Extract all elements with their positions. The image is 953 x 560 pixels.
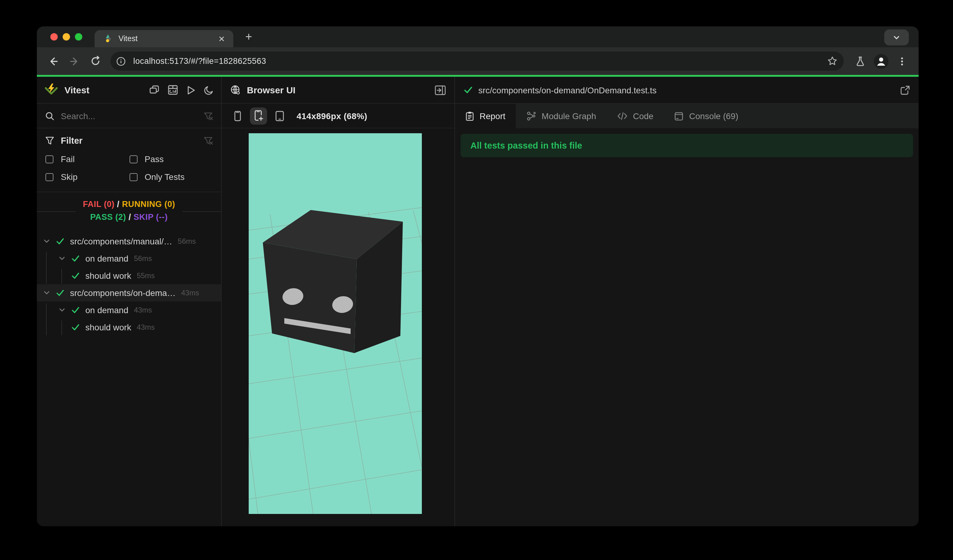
tab-module-graph[interactable]: Module Graph [516,104,606,128]
code-icon [617,112,627,120]
indent-guide [46,303,47,335]
report-content: All tests passed in this file [455,128,919,526]
device-phone-small-button[interactable] [229,107,246,124]
zoom-window-button[interactable] [75,33,82,40]
vitest-app: Vitest F [37,77,919,526]
profile-button[interactable] [872,52,890,70]
expand-panel-icon[interactable] [435,85,446,95]
flask-icon [855,56,866,67]
pass-check-icon [71,271,80,280]
new-tab-button[interactable]: + [241,29,257,45]
filter-funnel-icon [45,136,55,146]
run-all-icon[interactable] [186,85,196,95]
filter-section: Filter Fail Pass Skip Only Tests [37,128,221,192]
indent-guide [46,252,47,284]
bookmark-star-icon[interactable] [827,56,838,66]
report-panel: src/components/on-demand/OnDemand.test.t… [455,77,919,526]
chevron-down-icon[interactable] [58,255,66,262]
chevron-down-icon[interactable] [58,306,66,314]
dark-mode-moon-icon[interactable] [204,85,214,95]
running-count: RUNNING (0) [122,200,175,209]
preview-title: Browser UI [247,85,295,95]
minimize-window-button[interactable] [63,33,70,40]
forward-arrow-icon [69,56,80,67]
browser-toolbar: localhost:5173/#/?file=1828625563 [37,47,919,75]
pass-check-icon [71,254,80,263]
module-graph-icon [526,111,536,121]
open-external-icon[interactable] [900,85,910,95]
back-arrow-icon [48,56,59,67]
search-input[interactable] [61,111,197,121]
tree-suite-row[interactable]: on demand 56ms [37,250,221,267]
chevron-down-icon[interactable] [43,237,50,245]
tab-title: Vitest [118,34,211,43]
tree-file-row-selected[interactable]: src/components/on-dema… 43ms [37,284,221,301]
robot-head-cube [263,210,403,353]
three-dots-icon [897,56,907,66]
info-icon [116,56,126,66]
filter-title: Filter [61,136,82,146]
search-icon [45,111,55,121]
tab-search-chevron-button[interactable] [884,29,909,45]
browser-tab[interactable]: Vitest ✕ [95,30,233,47]
test-file-path: src/components/on-demand/OnDemand.test.t… [478,85,657,95]
device-tablet-button[interactable] [271,107,288,124]
tree-test-row[interactable]: should work 55ms [37,267,221,284]
pass-check-icon [464,85,473,95]
menu-button[interactable] [893,52,911,70]
checkbox-skip[interactable] [45,173,53,181]
browser-tabstrip: Vitest ✕ + [37,26,919,47]
checkbox-fail[interactable] [45,155,53,163]
tab-report[interactable]: Report [455,104,516,128]
filter-pass[interactable]: Pass [129,154,213,164]
vitest-logo [44,83,58,97]
pass-count: PASS (2) [90,213,126,222]
collapse-panels-icon[interactable] [149,85,160,95]
chevron-down-icon[interactable] [43,289,50,296]
clear-filter-icon[interactable] [203,136,213,146]
browser-window: Vitest ✕ + localhost:5173/# [37,26,919,526]
url-text[interactable]: localhost:5173/#/?file=1828625563 [133,56,822,66]
console-icon [674,112,683,121]
tree-suite-row[interactable]: on demand 43ms [37,301,221,319]
skip-count: SKIP (--) [133,213,168,222]
pass-check-icon [56,289,64,297]
all-tests-passed-banner: All tests passed in this file [461,134,913,157]
search-bar [37,104,221,128]
site-info-button[interactable] [113,54,128,68]
checkbox-only-tests[interactable] [129,173,137,181]
device-phone-plus-button[interactable] [250,107,267,124]
pass-check-icon [71,306,80,314]
test-tree: src/components/manual/… 56ms on demand 5… [37,230,221,526]
device-toolbar: 414x896px (68%) [222,104,455,128]
filter-only-tests[interactable]: Only Tests [129,172,213,182]
reload-button[interactable] [86,52,104,70]
filter-fail[interactable]: Fail [45,154,129,164]
url-bar[interactable]: localhost:5173/#/?file=1828625563 [110,51,844,71]
app-title: Vitest [64,85,89,95]
experiments-button[interactable] [851,52,869,70]
close-window-button[interactable] [50,33,58,40]
dashboard-report-icon[interactable] [168,85,178,95]
tab-close-icon[interactable]: ✕ [216,33,227,44]
forward-button[interactable] [65,52,84,70]
test-iframe-3d-scene[interactable] [249,133,422,514]
pass-check-icon [56,237,64,246]
preview-canvas-area [222,128,455,526]
filter-skip[interactable]: Skip [45,172,129,182]
checkbox-pass[interactable] [129,155,137,163]
report-header: src/components/on-demand/OnDemand.test.t… [455,77,919,104]
chevron-down-icon [893,34,900,41]
tree-file-row[interactable]: src/components/manual/… 56ms [37,233,221,250]
tree-test-row[interactable]: should work 43ms [37,319,221,336]
indent-guide [61,321,62,335]
tab-console[interactable]: Console (69) [664,104,748,128]
tab-code[interactable]: Code [607,104,664,128]
sidebar: Vitest F [37,77,222,526]
clear-search-filter-icon[interactable] [203,111,213,121]
sidebar-actions [149,85,214,95]
phone-plus-icon [254,110,263,122]
sidebar-header: Vitest [37,77,221,104]
back-button[interactable] [44,52,63,70]
viewport-size-label: 414x896px (68%) [296,111,367,121]
